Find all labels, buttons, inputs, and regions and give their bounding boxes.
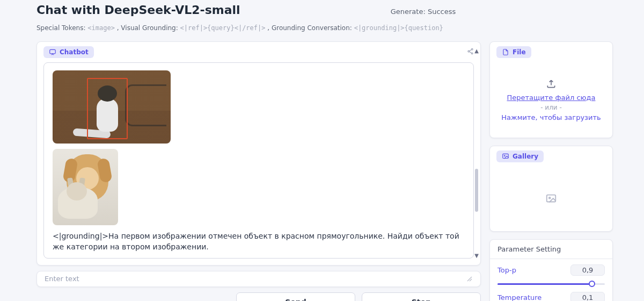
file-drop-line1: Перетащите файл сюда [507,94,596,102]
svg-rect-0 [50,49,56,54]
share-icon[interactable] [467,48,474,56]
file-panel: File Перетащите файл сюда - или - Нажмит… [489,41,613,138]
tokens-mid1: , Visual Grounding: [117,24,180,32]
gallery-badge: Gallery [496,150,544,162]
send-button[interactable]: Send [236,292,355,301]
text-input-panel[interactable]: Enter text [36,271,481,287]
gallery-badge-label: Gallery [513,153,538,160]
file-badge-label: File [513,48,526,56]
parameter-heading: Parameter Setting [490,240,612,259]
tokens-mid2: , Grounding Conversation: [267,24,354,32]
gallery-panel: Gallery [489,146,613,232]
grounding-bbox [87,78,128,139]
chat-scrollbar[interactable]: ▲ ▼ [474,48,479,259]
chat-body: <|grounding|>На первом изображении отмеч… [43,62,474,259]
svg-point-7 [549,197,551,199]
top-p-slider[interactable] [497,280,605,288]
chat-message-text: <|grounding|>На первом изображении отмеч… [53,231,465,253]
chatbot-badge-label: Chatbot [60,48,89,56]
chatbot-panel: Chatbot <|ground [36,41,481,266]
generate-status: Generate: Success [391,8,456,16]
gallery-icon [502,153,509,160]
stop-button[interactable]: Stop [362,292,481,301]
chat-image-1[interactable] [53,70,171,144]
temperature-value[interactable]: 0,1 [570,292,605,301]
top-p-value[interactable]: 0,9 [570,264,605,276]
file-icon [502,48,509,56]
header: Chat with DeepSeek-VL2-small Generate: S… [0,0,644,32]
chatbot-badge: Chatbot [43,46,94,58]
tokens-code-grounding: <|grounding|>{question} [354,24,443,32]
action-buttons: Send Stop [36,292,481,301]
text-input-placeholder[interactable]: Enter text [45,275,79,283]
upload-icon [546,78,557,89]
chat-image-2[interactable] [53,149,118,225]
gallery-empty[interactable] [490,167,612,231]
top-p-label: Top-p [497,266,516,274]
special-tokens-line: Special Tokens: <image> , Visual Groundi… [36,24,608,32]
chat-icon [49,48,56,56]
file-dropzone[interactable]: Перетащите файл сюда - или - Нажмите, чт… [490,62,612,138]
app-root: Chat with DeepSeek-VL2-small Generate: S… [0,0,644,301]
top-p-knob[interactable] [589,281,595,287]
file-drop-or: - или - [540,104,562,111]
tokens-prefix: Special Tokens: [36,24,87,32]
scroll-up-icon[interactable]: ▲ [474,48,479,54]
scroll-thumb[interactable] [475,169,478,212]
svg-point-5 [504,155,505,156]
tokens-code-image: <image> [87,24,115,32]
parameter-panel: Parameter Setting Top-p 0,9 Temperature … [489,239,613,301]
tokens-code-ref: <|ref|>{query}<|/ref|> [180,24,266,32]
file-drop-line2: Нажмите, чтобы загрузить [501,113,601,121]
temperature-label: Temperature [497,293,541,301]
image-placeholder-icon [545,193,557,205]
scroll-down-icon[interactable]: ▼ [474,253,479,259]
file-badge: File [496,46,531,58]
resize-icon[interactable] [466,276,473,282]
page-title: Chat with DeepSeek-VL2-small [36,3,240,17]
